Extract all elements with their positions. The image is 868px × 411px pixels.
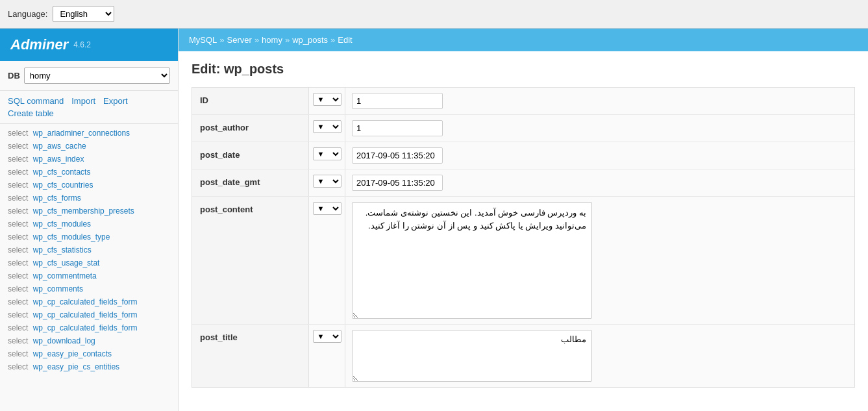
field-value-post-date-gmt: [345, 169, 854, 196]
form-row-post-date-gmt: post_date_gmt ▼: [192, 169, 854, 197]
field-name-post-date: post_date: [192, 142, 309, 169]
field-value-post-date: [345, 142, 854, 169]
main-layout: Adminer 4.6.2 DB homy SQL command Import…: [0, 29, 868, 411]
form-row-post-author: post_author ▼: [192, 115, 854, 142]
field-type-dropdown-post-date-gmt[interactable]: ▼: [313, 175, 341, 188]
field-controls-post-content: ▼: [309, 197, 345, 324]
field-value-post-title: مطالب: [345, 325, 854, 387]
list-item[interactable]: select wp_easy_pie_contacts: [0, 347, 178, 360]
field-name-id: ID: [192, 88, 309, 114]
list-item[interactable]: select wp_cp_calculated_fields_form: [0, 295, 178, 308]
field-controls-post-title: ▼: [309, 325, 345, 387]
list-item[interactable]: select wp_cfs_countries: [0, 179, 178, 192]
sql-command-link[interactable]: SQL command: [8, 96, 64, 106]
create-table-link[interactable]: Create table: [8, 108, 54, 118]
field-name-post-date-gmt: post_date_gmt: [192, 169, 309, 196]
list-item[interactable]: select wp_cfs_contacts: [0, 166, 178, 179]
breadcrumb: MySQL » Server » homy » wp_posts » Edit: [179, 29, 868, 51]
db-label: DB: [8, 71, 20, 81]
form-row-post-content: post_content ▼ به وردپرس فارسی خوش آمدید…: [192, 197, 854, 325]
field-type-dropdown-post-author[interactable]: ▼: [313, 120, 341, 133]
content-area: MySQL » Server » homy » wp_posts » Edit …: [179, 29, 868, 411]
page-title: Edit: wp_posts: [192, 62, 855, 77]
field-textarea-post-content[interactable]: به وردپرس فارسی خوش آمدید. این نخستین نو…: [352, 202, 592, 319]
list-item[interactable]: select wp_cp_calculated_fields_form: [0, 308, 178, 321]
field-controls-post-date: ▼: [309, 142, 345, 169]
import-link[interactable]: Import: [71, 96, 95, 106]
page-content: Edit: wp_posts ID ▼: [179, 51, 868, 398]
list-item[interactable]: select wp_cfs_forms: [0, 192, 178, 205]
field-type-dropdown-post-content[interactable]: ▼: [313, 202, 341, 215]
table-list: select wp_ariadminer_connections select …: [0, 124, 178, 376]
field-name-post-title: post_title: [192, 325, 309, 387]
field-controls-post-date-gmt: ▼: [309, 169, 345, 196]
sidebar-header: Adminer 4.6.2: [0, 29, 178, 61]
list-item[interactable]: select wp_cfs_modules_type: [0, 230, 178, 243]
list-item[interactable]: select wp_cp_calculated_fields_form: [0, 321, 178, 334]
list-item[interactable]: select wp_cfs_membership_presets: [0, 205, 178, 218]
language-select[interactable]: English Farsi French German Spanish: [53, 6, 114, 22]
field-input-post-date[interactable]: [352, 147, 443, 164]
breadcrumb-server[interactable]: Server: [227, 35, 252, 45]
field-input-id[interactable]: [352, 93, 443, 109]
sidebar: Adminer 4.6.2 DB homy SQL command Import…: [0, 29, 179, 411]
field-textarea-post-title[interactable]: مطالب: [352, 330, 592, 382]
list-item[interactable]: select wp_cfs_modules: [0, 218, 178, 230]
field-name-post-author: post_author: [192, 115, 309, 142]
field-value-id: [345, 88, 854, 114]
field-controls-post-author: ▼: [309, 115, 345, 142]
breadcrumb-wp-posts[interactable]: wp_posts: [292, 35, 328, 45]
db-select[interactable]: homy: [24, 68, 170, 84]
db-row: DB homy: [0, 61, 178, 91]
sidebar-links: SQL command Import Export Create table: [0, 91, 178, 124]
list-item[interactable]: select wp_download_log: [0, 334, 178, 347]
field-value-post-content: به وردپرس فارسی خوش آمدید. این نخستین نو…: [345, 197, 854, 324]
list-item[interactable]: select wp_commentmeta: [0, 269, 178, 282]
list-item[interactable]: select wp_easy_pie_cs_entities: [0, 360, 178, 373]
list-item[interactable]: select wp_aws_cache: [0, 140, 178, 153]
list-item[interactable]: select wp_cfs_statistics: [0, 243, 178, 256]
field-value-post-author: [345, 115, 854, 142]
breadcrumb-mysql[interactable]: MySQL: [189, 35, 217, 45]
list-item[interactable]: select wp_comments: [0, 282, 178, 295]
breadcrumb-homy[interactable]: homy: [262, 35, 282, 45]
form-row-post-date: post_date ▼: [192, 142, 854, 169]
form-row-id: ID ▼: [192, 88, 854, 115]
field-type-dropdown-post-title[interactable]: ▼: [313, 330, 341, 343]
form-row-post-title: post_title ▼ مطالب: [192, 325, 854, 387]
field-input-post-author[interactable]: [352, 120, 443, 136]
adminer-logo: Adminer: [10, 36, 68, 53]
field-type-dropdown-post-date[interactable]: ▼: [313, 147, 341, 160]
edit-form: ID ▼ post_author: [192, 87, 855, 388]
export-link[interactable]: Export: [103, 96, 128, 106]
field-type-dropdown-id[interactable]: ▼: [313, 93, 341, 106]
list-item[interactable]: select wp_cfs_usage_stat: [0, 256, 178, 269]
field-input-post-date-gmt[interactable]: [352, 175, 443, 191]
breadcrumb-edit: Edit: [338, 35, 352, 45]
field-name-post-content: post_content: [192, 197, 309, 324]
adminer-version: 4.6.2: [73, 40, 91, 49]
field-controls-id: ▼: [309, 88, 345, 114]
language-bar: Language: English Farsi French German Sp…: [0, 0, 868, 29]
list-item[interactable]: select wp_aws_index: [0, 153, 178, 166]
list-item[interactable]: select wp_ariadminer_connections: [0, 127, 178, 140]
language-label: Language:: [8, 9, 47, 19]
